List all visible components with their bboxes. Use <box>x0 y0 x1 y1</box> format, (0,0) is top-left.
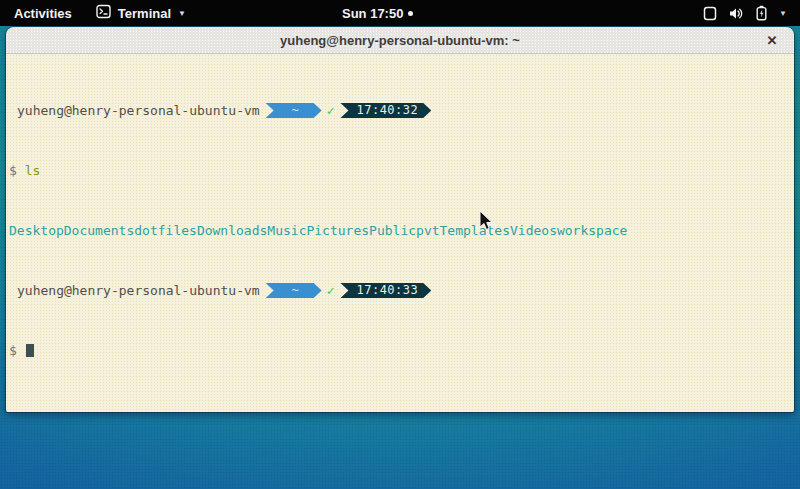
prompt-path-segment: ~ <box>266 103 322 118</box>
clock-label: Sun 17:50 <box>342 6 403 21</box>
ls-entry: Templates <box>440 223 510 238</box>
terminal-content[interactable]: yuheng@henry-personal-ubuntu-vm~✓17:40:3… <box>6 54 794 412</box>
app-menu-label: Terminal <box>118 6 171 21</box>
ls-entry: pvt <box>416 223 439 238</box>
terminal-window: yuheng@henry-personal-ubuntu-vm: ~ ✕ yuh… <box>6 27 794 412</box>
screen-icon <box>703 6 717 21</box>
ls-entry: workspace <box>557 223 627 238</box>
prompt-username: yuheng@henry-personal-ubuntu-vm <box>17 103 260 118</box>
chevron-down-icon: ▼ <box>178 9 186 18</box>
ls-entry: Desktop <box>9 223 64 238</box>
volume-icon <box>728 6 744 21</box>
top-bar: Activities Terminal ▼ Sun 17:50 <box>0 0 800 26</box>
ls-entry: Pictures <box>306 223 369 238</box>
activities-button[interactable]: Activities <box>0 0 86 26</box>
check-icon: ✓ <box>327 283 335 298</box>
close-icon[interactable]: ✕ <box>763 31 781 49</box>
ls-entry: Public <box>369 223 416 238</box>
chevron-down-icon: ▼ <box>779 9 787 18</box>
prompt-path-segment: ~ <box>266 283 322 298</box>
system-status-area[interactable]: ▼ <box>690 0 800 26</box>
battery-charging-icon <box>755 5 768 21</box>
typed-command: ls <box>25 163 41 178</box>
clock-button[interactable]: Sun 17:50 <box>342 0 413 26</box>
text-cursor <box>26 344 34 357</box>
notification-dot <box>408 11 413 16</box>
prompt-dollar: $ <box>9 163 17 178</box>
prompt-line-1: yuheng@henry-personal-ubuntu-vm~✓17:40:3… <box>9 103 794 118</box>
ls-entry: Music <box>267 223 306 238</box>
prompt-time-segment: 17:40:33 <box>340 283 431 298</box>
prompt-username: yuheng@henry-personal-ubuntu-vm <box>17 283 260 298</box>
ls-entry: Downloads <box>197 223 267 238</box>
ls-entry: dotfiles <box>134 223 197 238</box>
current-prompt-line[interactable]: $ <box>9 343 794 358</box>
prompt-time-segment: 17:40:32 <box>340 103 431 118</box>
ls-entry: Videos <box>510 223 557 238</box>
app-menu-terminal[interactable]: Terminal ▼ <box>86 0 196 26</box>
terminal-icon <box>96 4 111 22</box>
prompt-line-2: yuheng@henry-personal-ubuntu-vm~✓17:40:3… <box>9 283 794 298</box>
activities-label: Activities <box>14 6 72 21</box>
command-line: $ ls <box>9 163 794 178</box>
check-icon: ✓ <box>327 103 335 118</box>
window-title: yuheng@henry-personal-ubuntu-vm: ~ <box>280 33 520 48</box>
window-titlebar[interactable]: yuheng@henry-personal-ubuntu-vm: ~ ✕ <box>6 27 794 54</box>
ls-output-row: Desktop Documents dotfiles Downloads Mus… <box>9 223 794 238</box>
prompt-dollar: $ <box>9 343 17 358</box>
ls-entry: Documents <box>64 223 134 238</box>
